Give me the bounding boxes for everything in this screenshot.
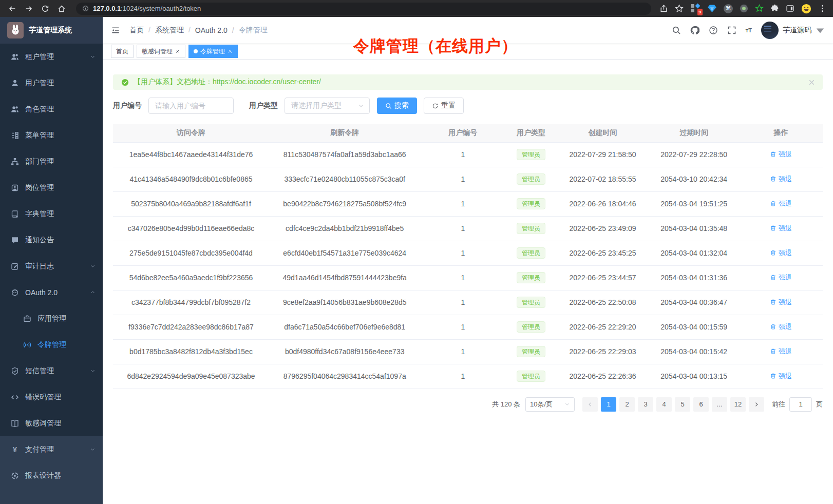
tab-home[interactable]: 首页 <box>111 45 134 58</box>
sidebar-item-error-code[interactable]: 错误码管理 <box>0 384 103 410</box>
tags-view: 首页 敏感词管理 令牌管理 <box>103 43 833 60</box>
profile-avatar-icon[interactable] <box>801 4 811 14</box>
force-logout-button[interactable]: 强退 <box>770 322 792 332</box>
font-size-icon[interactable]: TT <box>746 27 752 33</box>
help-icon[interactable] <box>709 26 718 35</box>
menu-item-icon <box>10 105 20 113</box>
sidebar-item-sensitive-word[interactable]: 敏感词管理 <box>0 410 103 436</box>
breadcrumb-item[interactable]: 令牌管理 <box>239 26 268 35</box>
breadcrumb-item[interactable]: OAuth 2.0 <box>195 26 239 34</box>
site-info-icon[interactable] <box>82 5 89 12</box>
sidebar-item-role[interactable]: 角色管理 <box>0 96 103 122</box>
sidebar-item-pay[interactable]: ¥ 支付管理 <box>0 436 103 462</box>
table-header-row: 访问令牌刷新令牌用户编号用户类型创建时间过期时间操作 <box>113 124 823 142</box>
search-button[interactable]: 搜索 <box>377 98 417 114</box>
access-token-cell: 275e5de9151045fe87cbdc395e004f4d <box>113 241 269 265</box>
breadcrumb-item[interactable]: 系统管理 <box>155 26 195 35</box>
filter-form: 用户编号 用户类型 请选择用户类型 搜索 重置 <box>113 98 823 114</box>
doc-link[interactable]: https://doc.iocoder.cn/user-center/ <box>213 77 321 86</box>
browser-home-icon[interactable] <box>55 3 68 15</box>
gem-extension-icon[interactable] <box>707 4 717 13</box>
browser-menu-icon[interactable] <box>818 4 827 13</box>
pager-page[interactable]: 3 <box>638 397 653 412</box>
sidebar-item-dict[interactable]: 字典管理 <box>0 201 103 227</box>
menu-item-icon <box>10 472 20 480</box>
user-type-select[interactable]: 请选择用户类型 <box>285 98 370 114</box>
table-header-cell: 刷新令牌 <box>269 124 420 142</box>
browser-forward-icon[interactable] <box>23 3 35 15</box>
address-bar[interactable]: 127.0.0.1:1024/system/oauth2/token <box>76 3 651 15</box>
bookmark-star-icon[interactable] <box>675 4 684 13</box>
url-text: 127.0.0.1:1024/system/oauth2/token <box>93 5 201 12</box>
menu-item-label: 令牌管理 <box>37 340 66 350</box>
sidebar-item-notice[interactable]: 通知公告 <box>0 227 103 253</box>
access-token-cell: c342377bf8b344799dcbf7bf095287f2 <box>113 290 269 315</box>
prev-page-button[interactable] <box>582 397 598 412</box>
browser-back-icon[interactable] <box>6 3 18 15</box>
pager-page[interactable]: 4 <box>656 397 672 412</box>
command-extension-icon[interactable]: ⌘ <box>724 4 733 13</box>
force-logout-button[interactable]: 强退 <box>770 224 792 233</box>
tab-token[interactable]: 令牌管理 <box>188 45 238 58</box>
sidebar-item-oauth2-app[interactable]: 应用管理 <box>0 305 103 332</box>
force-logout-button[interactable]: 强退 <box>770 372 792 381</box>
browser-reload-icon[interactable] <box>39 3 51 15</box>
pager-page[interactable]: 2 <box>619 397 635 412</box>
fullscreen-icon[interactable] <box>727 26 736 35</box>
alert-close-icon[interactable] <box>808 79 816 86</box>
user-id-label: 用户编号 <box>113 101 142 110</box>
app-logo[interactable]: 芋道管理系统 <box>0 17 103 44</box>
puzzle-extensions-icon[interactable] <box>770 4 779 13</box>
tab-close-icon[interactable] <box>228 49 233 54</box>
share-icon[interactable] <box>659 4 668 13</box>
tab-sensitive-word[interactable]: 敏感词管理 <box>137 45 185 58</box>
record-extension-icon[interactable] <box>740 4 748 13</box>
side-panel-icon[interactable] <box>786 4 794 13</box>
sidebar-item-audit-log[interactable]: 审计日志 <box>0 253 103 279</box>
pager-page[interactable]: ... <box>712 397 727 412</box>
extension-badge-icon[interactable]: 9 <box>690 4 701 14</box>
next-page-button[interactable] <box>749 397 764 412</box>
breadcrumb-item[interactable]: 首页 <box>129 26 155 35</box>
reset-button[interactable]: 重置 <box>424 98 464 114</box>
star-extension-icon[interactable] <box>755 4 764 13</box>
goto-page-input[interactable] <box>789 397 812 412</box>
sidebar-item-menu[interactable]: 菜单管理 <box>0 122 103 148</box>
sidebar-item-tenant[interactable]: 租户管理 <box>0 44 103 70</box>
force-logout-button[interactable]: 强退 <box>770 347 792 356</box>
sidebar-toggle-icon[interactable] <box>111 26 120 35</box>
trash-icon <box>770 200 777 207</box>
sidebar-item-user[interactable]: 用户管理 <box>0 70 103 96</box>
refresh-token-cell: e6cfd40eb1f54571a31e775e039c4624 <box>269 241 420 265</box>
tab-close-icon[interactable] <box>175 49 180 54</box>
sidebar-item-post[interactable]: 岗位管理 <box>0 175 103 201</box>
pager-page[interactable]: 6 <box>693 397 709 412</box>
sidebar-item-sms[interactable]: 短信管理 <box>0 358 103 384</box>
refresh-token-cell: be90422b8c7946218275a508bf524fc9 <box>269 191 420 216</box>
force-logout-button[interactable]: 强退 <box>770 150 792 159</box>
github-icon[interactable] <box>690 26 699 35</box>
access-token-cell: f9336e7c7dd242a283ee98dc86b17a87 <box>113 315 269 339</box>
chevron-icon <box>90 368 96 374</box>
tab-label: 令牌管理 <box>200 47 225 56</box>
force-logout-button[interactable]: 强退 <box>770 248 792 258</box>
search-icon[interactable] <box>672 26 681 35</box>
pager-page[interactable]: 12 <box>730 397 746 412</box>
pager-page[interactable]: 5 <box>675 397 690 412</box>
user-menu[interactable]: 芋道源码 <box>761 22 825 39</box>
force-logout-button[interactable]: 强退 <box>770 199 792 208</box>
pager-page[interactable]: 1 <box>601 397 616 412</box>
access-token-cell: 1ea5e44f8bc1467aaede43144f31de76 <box>113 142 269 167</box>
sidebar-item-oauth2-token[interactable]: 令牌管理 <box>0 332 103 358</box>
sidebar-item-report-designer[interactable]: 报表设计器 <box>0 462 103 489</box>
force-logout-button[interactable]: 强退 <box>770 175 792 184</box>
user-id-cell: 1 <box>420 191 505 216</box>
force-logout-button[interactable]: 强退 <box>770 273 792 282</box>
user-id-input[interactable] <box>148 98 234 114</box>
sidebar-item-oauth2[interactable]: OAuth 2.0 <box>0 279 103 305</box>
page-size-select[interactable]: 10条/页 <box>525 397 575 412</box>
sidebar-item-dept[interactable]: 部门管理 <box>0 148 103 175</box>
user-type-tag: 管理员 <box>517 346 545 357</box>
user-type-tag: 管理员 <box>517 149 545 160</box>
force-logout-button[interactable]: 强退 <box>770 298 792 307</box>
